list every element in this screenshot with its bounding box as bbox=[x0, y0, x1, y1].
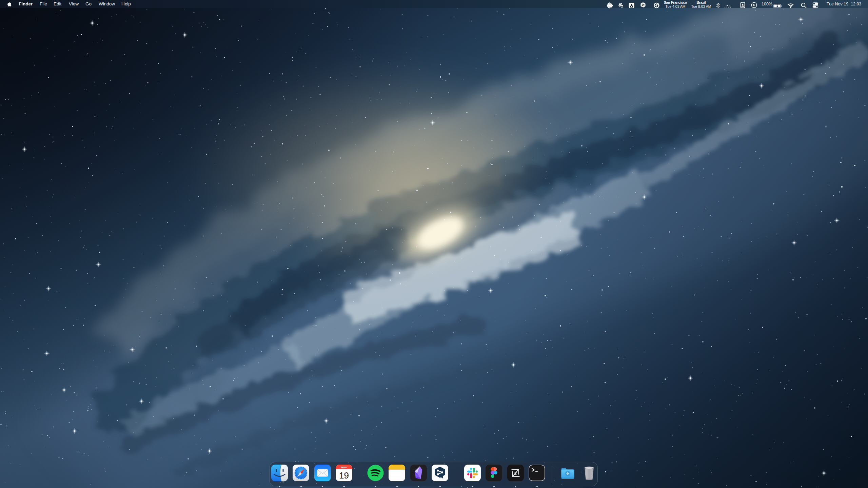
svg-text:19: 19 bbox=[339, 470, 349, 481]
svg-text:NOV: NOV bbox=[341, 466, 347, 469]
